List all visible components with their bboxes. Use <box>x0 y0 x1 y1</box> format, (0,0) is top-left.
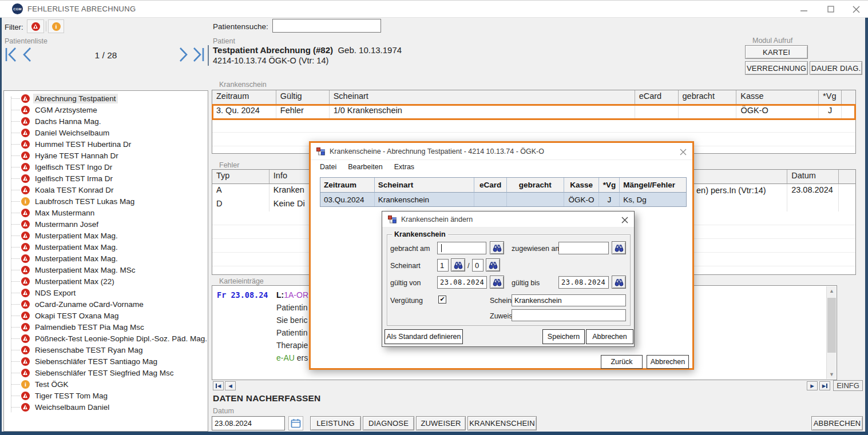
menu-datei[interactable]: Datei <box>314 162 342 172</box>
calendar-button[interactable] <box>288 416 303 430</box>
abbrechen-button[interactable]: ABBRECHEN <box>811 416 863 430</box>
zugewiesen-am-lookup-button[interactable] <box>612 241 626 254</box>
record-next-button[interactable]: ▶ <box>807 381 818 390</box>
scrollbar-thumb[interactable] <box>827 298 836 353</box>
scheinart-text-input[interactable]: Krankenschein <box>512 294 626 306</box>
patient-list-item[interactable]: Okapi TEST Oxana Mag <box>4 310 208 321</box>
next-patient-button[interactable] <box>179 47 189 65</box>
patient-list-item[interactable]: Siebenschläfer TEST Santiago Mag <box>4 356 208 367</box>
patient-list-item[interactable]: Siebenschläfer TEST Siegfried Mag Msc <box>4 367 208 378</box>
patient-list-item[interactable]: Pößneck-Test Leonie-Sophie Dipl.-Soz. Pä… <box>4 333 208 344</box>
patient-list-item[interactable]: Mustermann Josef <box>4 218 208 230</box>
patient-list-item[interactable]: Musterpatient Max Mag. MSc <box>4 264 208 276</box>
column-header[interactable]: Scheinart <box>375 178 474 193</box>
column-header[interactable]: Zeitraum <box>320 178 375 193</box>
verguetung-checkbox[interactable] <box>438 296 446 304</box>
gueltig-von-lookup-button[interactable] <box>490 276 504 289</box>
filter-warning-toggle[interactable] <box>27 19 44 33</box>
edit-abbrechen-button[interactable]: Abbrechen <box>586 329 633 344</box>
kartei-button[interactable]: KARTEI <box>745 45 808 59</box>
patient-list-item[interactable]: Musterpatient Max Mag. <box>4 230 208 241</box>
gueltig-von-input[interactable]: 23.08.2024 <box>437 276 487 289</box>
column-header[interactable]: Kasse <box>564 178 600 193</box>
first-patient-button[interactable] <box>5 47 17 65</box>
patient-list-item[interactable]: Dachs Hanna Mag. <box>4 115 208 127</box>
record-last-button[interactable]: ▶ <box>819 381 830 390</box>
diagnose-button[interactable]: DIAGNOSE <box>363 416 414 430</box>
patient-search-input[interactable] <box>272 19 381 33</box>
patient-list-item[interactable]: Palmendieb TEST Pia Mag Msc <box>4 321 208 333</box>
dauer-diag-button[interactable]: DAUER DIAG. <box>810 61 862 75</box>
patient-list-item[interactable]: Test ÖGK <box>4 378 208 390</box>
zuweiser-button[interactable]: ZUWEISER <box>416 416 466 430</box>
menu-extras[interactable]: Extras <box>389 162 420 172</box>
record-prev-button[interactable]: ◀ <box>225 381 236 390</box>
zurueck-button[interactable]: Zurück <box>601 355 643 369</box>
column-header[interactable]: gebracht <box>507 178 564 193</box>
column-header[interactable]: gebracht <box>679 90 737 105</box>
column-header[interactable]: Gültig <box>276 90 330 105</box>
column-header[interactable]: *Vg <box>599 178 620 193</box>
patient-list-item[interactable]: Musterpatient Max Mag. <box>4 253 208 264</box>
filter-info-toggle[interactable] <box>48 19 64 33</box>
patient-list-item[interactable]: Koala TEST Konrad Dr <box>4 184 208 195</box>
speichern-button[interactable]: Speichern <box>542 329 585 344</box>
patient-list-item[interactable]: Musterpatient Max Mag. <box>4 241 208 253</box>
patient-list-item[interactable]: Igelfisch TEST Irma Dr <box>4 173 208 184</box>
column-header[interactable]: Zeitraum <box>212 90 276 105</box>
maximize-button[interactable] <box>821 1 841 18</box>
close-button[interactable] <box>846 1 866 18</box>
patient-list-item[interactable]: CGM Arztsysteme <box>4 104 208 115</box>
edit-dialog-close-button[interactable] <box>621 215 628 226</box>
standard-definieren-button[interactable]: Als Standard definieren <box>385 329 463 344</box>
scroll-up-icon[interactable]: ▲ <box>827 286 837 296</box>
scheinart-lookup-button[interactable] <box>451 258 465 272</box>
patient-list-item[interactable]: Abrechnung Testpatient <box>4 93 208 104</box>
gebracht-am-lookup-button[interactable] <box>490 241 504 254</box>
gueltig-bis-lookup-button[interactable] <box>612 276 626 289</box>
column-header[interactable]: eCard <box>635 90 679 105</box>
patient-list-item[interactable]: Riesenschabe TEST Ryan Mag <box>4 344 208 356</box>
scheine-row[interactable]: 03.Qu.2024 Krankenschein ÖGK-O J Ks, Dg <box>320 193 686 206</box>
patient-list-item[interactable]: Igelfisch TEST Ingo Dr <box>4 161 208 173</box>
gebracht-am-input[interactable] <box>437 242 486 254</box>
patient-list-item[interactable]: oCard-Zuname oCard-Vorname <box>4 298 208 310</box>
patient-list-item[interactable]: Hyäne TEST Hannah Dr <box>4 150 208 161</box>
column-header[interactable]: Datum <box>787 170 839 184</box>
patient-list-item[interactable]: Musterpatient Max (22) <box>4 276 208 287</box>
scheinart-sub-lookup-button[interactable] <box>486 258 500 272</box>
scroll-down-icon[interactable]: ▼ <box>827 370 837 379</box>
patient-list-item[interactable]: Max Mustermann <box>4 207 208 218</box>
patient-list-item[interactable]: Hummel TEST Hubertina Dr <box>4 138 208 150</box>
scheinart-code-input[interactable]: 1 <box>437 259 449 272</box>
verrechnung-button[interactable]: VERRECHNUNG <box>745 61 808 75</box>
column-header[interactable]: Kasse <box>736 90 819 105</box>
patient-list-item[interactable]: NDS Export <box>4 287 208 298</box>
minimize-button[interactable] <box>794 1 814 18</box>
column-header[interactable]: *Vg <box>819 90 842 105</box>
menu-bearbeiten[interactable]: Bearbeiten <box>342 162 388 172</box>
tree-line <box>11 167 20 167</box>
dialog-close-button[interactable] <box>680 147 687 158</box>
kartei-scrollbar[interactable]: ▲ ▼ <box>826 286 836 379</box>
leistung-button[interactable]: LEISTUNG <box>310 416 361 430</box>
column-header[interactable]: Mängel/Fehler <box>620 178 686 193</box>
patient-list-item[interactable]: Laubfrosch TEST Lukas Mag <box>4 195 208 207</box>
column-header[interactable]: eCard <box>474 178 507 193</box>
last-patient-button[interactable] <box>192 47 205 65</box>
patient-list-item[interactable]: Weichselbaum Daniel <box>4 401 208 413</box>
dialog-abbrechen-button[interactable]: Abbrechen <box>647 355 689 369</box>
column-header[interactable]: Scheinart <box>330 90 635 105</box>
column-header[interactable]: Typ <box>212 170 269 184</box>
datum-input[interactable] <box>212 416 285 430</box>
scheinart-sub-input[interactable]: 0 <box>472 259 483 272</box>
krankenschein-row[interactable]: 3. Qu. 2024 Fehler 1/0 Krankenschein ÖGK… <box>212 105 855 119</box>
krankenschein-button[interactable]: KRANKENSCHEIN <box>467 416 537 430</box>
gueltig-bis-input[interactable]: 23.08.2024 <box>558 276 609 289</box>
prev-patient-button[interactable] <box>22 47 32 65</box>
zugewiesen-am-input[interactable] <box>558 242 609 254</box>
patient-list-item[interactable]: Tiger TEST Tom Mag <box>4 390 208 401</box>
zuweiser-input[interactable] <box>512 309 626 321</box>
record-first-button[interactable]: ◀ <box>213 381 224 390</box>
patient-list-item[interactable]: Daniel Weichselbaum <box>4 127 208 138</box>
